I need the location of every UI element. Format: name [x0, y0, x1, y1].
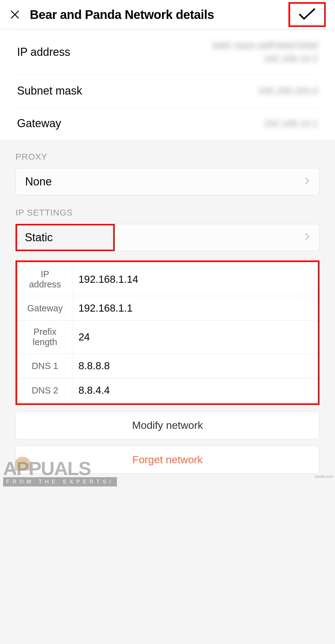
ip-settings-value: Static — [16, 224, 115, 251]
info-row-ip: IP address fe80::0a2c:a0ff:fe9d:509d 192… — [17, 29, 318, 74]
proxy-dropdown[interactable]: None — [16, 168, 319, 195]
table-row[interactable]: DNS 2 8.8.4.4 — [18, 378, 317, 403]
static-prefix-label: Prefix length — [18, 321, 72, 354]
table-row[interactable]: DNS 1 8.8.8.8 — [18, 354, 317, 378]
table-row[interactable]: Gateway 192.168.1.1 — [18, 296, 317, 321]
ip-address-label: IP address — [17, 46, 70, 59]
proxy-value: None — [25, 175, 52, 188]
ip-settings-dropdown[interactable]: Static — [16, 224, 319, 251]
ip-address-value: fe80::0a2c:a0ff:fe9d:509d 192.168.10.2 — [212, 39, 318, 65]
gateway-value: 192.168.10.1 — [264, 117, 318, 130]
proxy-label: PROXY — [16, 152, 319, 162]
chevron-right-icon — [304, 176, 310, 187]
network-info-section: IP address fe80::0a2c:a0ff:fe9d:509d 192… — [0, 29, 335, 140]
header-bar: Bear and Panda Network details — [0, 0, 335, 29]
modify-network-button[interactable]: Modify network — [16, 411, 319, 439]
gateway-label: Gateway — [17, 117, 61, 130]
info-row-subnet: Subnet mask 255.255.255.0 — [17, 74, 318, 107]
page-title: Bear and Panda Network details — [30, 8, 288, 22]
subnet-mask-value: 255.255.255.0 — [258, 84, 318, 97]
static-gateway-input[interactable]: 192.168.1.1 — [72, 296, 317, 321]
close-icon[interactable] — [9, 9, 20, 20]
ip-settings-section: IP SETTINGS Static IP address 192.168.1.… — [0, 202, 335, 480]
table-row[interactable]: Prefix length 24 — [18, 321, 317, 354]
subnet-mask-label: Subnet mask — [17, 84, 82, 97]
static-ip-input[interactable]: 192.168.1.14 — [72, 263, 317, 296]
info-row-gateway: Gateway 192.168.10.1 — [17, 107, 318, 140]
static-gateway-label: Gateway — [18, 296, 72, 321]
static-prefix-input[interactable]: 24 — [72, 321, 317, 354]
static-dns2-input[interactable]: 8.8.4.4 — [72, 378, 317, 403]
proxy-section: PROXY None — [0, 140, 335, 202]
static-dns2-label: DNS 2 — [18, 378, 72, 403]
ip-settings-label: IP SETTINGS — [16, 208, 319, 218]
static-dns1-input[interactable]: 8.8.8.8 — [72, 354, 317, 378]
check-icon — [298, 7, 316, 22]
chevron-right-icon — [304, 232, 310, 243]
static-dns1-label: DNS 1 — [18, 354, 72, 378]
table-row[interactable]: IP address 192.168.1.14 — [18, 263, 317, 296]
forget-network-button[interactable]: Forget network — [16, 446, 319, 474]
confirm-button[interactable] — [288, 2, 326, 27]
static-ip-label: IP address — [18, 263, 72, 296]
static-ip-table: IP address 192.168.1.14 Gateway 192.168.… — [16, 260, 319, 405]
